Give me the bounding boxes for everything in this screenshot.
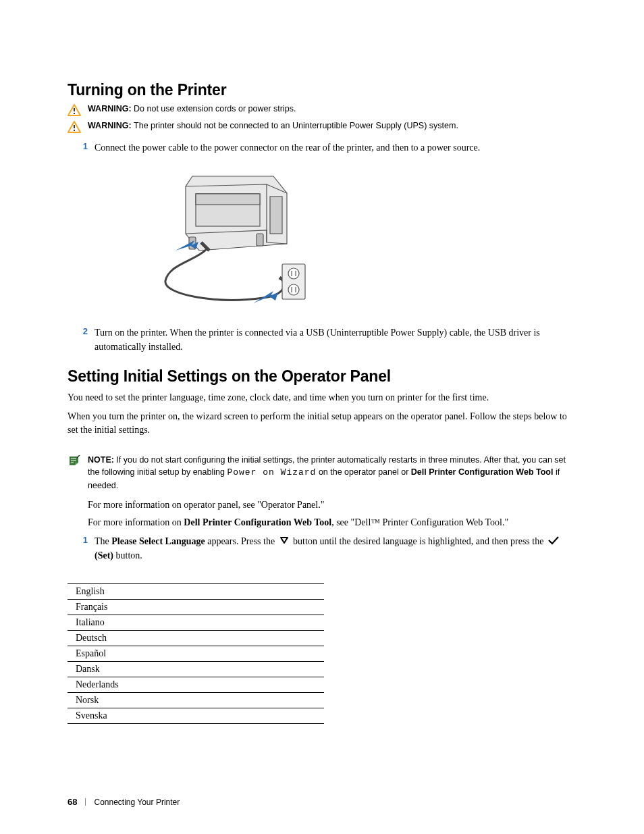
page-footer: 68 Connecting Your Printer [68, 797, 180, 807]
language-row: English [68, 583, 324, 599]
footer-divider [85, 798, 86, 806]
language-cell: English [68, 583, 324, 599]
note-mono: Power on Wizard [227, 467, 316, 477]
note-block: NOTE: If you do not start configuring th… [68, 454, 576, 492]
step-2: 2 Turn on the printer. When the printer … [68, 326, 576, 354]
warning-2-label: WARNING: [88, 121, 134, 130]
language-cell: Norsk [68, 692, 324, 708]
warning-icon [68, 120, 88, 136]
language-table: EnglishFrançaisItalianoDeutschEspañolDan… [68, 583, 324, 724]
svg-rect-8 [257, 234, 263, 246]
note-bold: Dell Printer Configuration Web Tool [411, 467, 554, 477]
page-number: 68 [68, 797, 77, 807]
sub-2: For more information on Dell Printer Con… [88, 516, 576, 529]
language-row: Français [68, 599, 324, 615]
note-label: NOTE: [88, 455, 116, 465]
step-1-number: 1 [68, 141, 95, 155]
s3e: (Set) [95, 550, 113, 561]
down-arrow-icon [279, 536, 290, 549]
intro-2: When you turn the printer on, the wizard… [68, 410, 576, 438]
step-lang-number: 1 [68, 535, 95, 563]
warning-1: WARNING: Do not use extension cords or p… [68, 103, 576, 119]
svg-point-1 [74, 113, 75, 114]
sub-2-c: , see "Dell™ Printer Configuration Web T… [331, 517, 508, 527]
intro-1: You need to set the printer language, ti… [68, 391, 576, 405]
sub-2-a: For more information on [88, 517, 184, 527]
section-title: Connecting Your Printer [94, 798, 180, 807]
svg-point-11 [288, 284, 299, 295]
step-1: 1 Connect the power cable to the power c… [68, 141, 576, 155]
svg-rect-5 [196, 194, 260, 205]
document-page: Turning on the Printer WARNING: Do not u… [0, 0, 644, 834]
language-row: Español [68, 646, 324, 661]
language-row: Nederlands [68, 677, 324, 692]
language-cell: Svenska [68, 708, 324, 723]
printer-cable-illustration [128, 163, 317, 321]
svg-point-3 [74, 130, 75, 131]
note-icon [68, 454, 88, 469]
warning-2: WARNING: The printer should not be conne… [68, 120, 576, 136]
language-row: Italiano [68, 615, 324, 630]
s3c: appears. Press the [205, 536, 277, 546]
language-row: Svenska [68, 708, 324, 723]
step-lang-text: The Please Select Language appears. Pres… [95, 535, 576, 563]
warning-1-text: Do not use extension cords or power stri… [134, 104, 296, 113]
heading-initial-settings: Setting Initial Settings on the Operator… [68, 367, 576, 386]
step-1-text: Connect the power cable to the power con… [95, 141, 480, 155]
language-cell: Italiano [68, 615, 324, 630]
s3d: button until the desired language is hig… [291, 536, 546, 546]
checkmark-icon [547, 536, 560, 549]
step-2-text: Turn on the printer. When the printer is… [95, 326, 576, 354]
language-row: Dansk [68, 661, 324, 677]
heading-turning-on: Turning on the Printer [68, 81, 576, 99]
step-lang: 1 The Please Select Language appears. Pr… [68, 535, 576, 563]
step-2-number: 2 [68, 326, 95, 354]
language-cell: Dansk [68, 661, 324, 677]
language-row: Norsk [68, 692, 324, 708]
warning-icon [68, 103, 88, 119]
svg-point-10 [288, 268, 299, 279]
language-cell: Español [68, 646, 324, 661]
note-t2: on the operator panel or [316, 467, 410, 477]
language-cell: Nederlands [68, 677, 324, 692]
sub-2-b: Dell Printer Configuration Web Tool [184, 517, 331, 527]
language-cell: Deutsch [68, 630, 324, 646]
warning-2-text: The printer should not be connected to a… [134, 121, 458, 130]
s3f: button. [113, 550, 142, 561]
language-cell: Français [68, 599, 324, 615]
warning-1-label: WARNING: [88, 104, 134, 113]
svg-rect-6 [270, 197, 282, 234]
s3a: The [95, 536, 111, 546]
language-row: Deutsch [68, 630, 324, 646]
sub-1: For more information on operator panel, … [88, 498, 576, 512]
s3b: Please Select Language [111, 536, 205, 546]
